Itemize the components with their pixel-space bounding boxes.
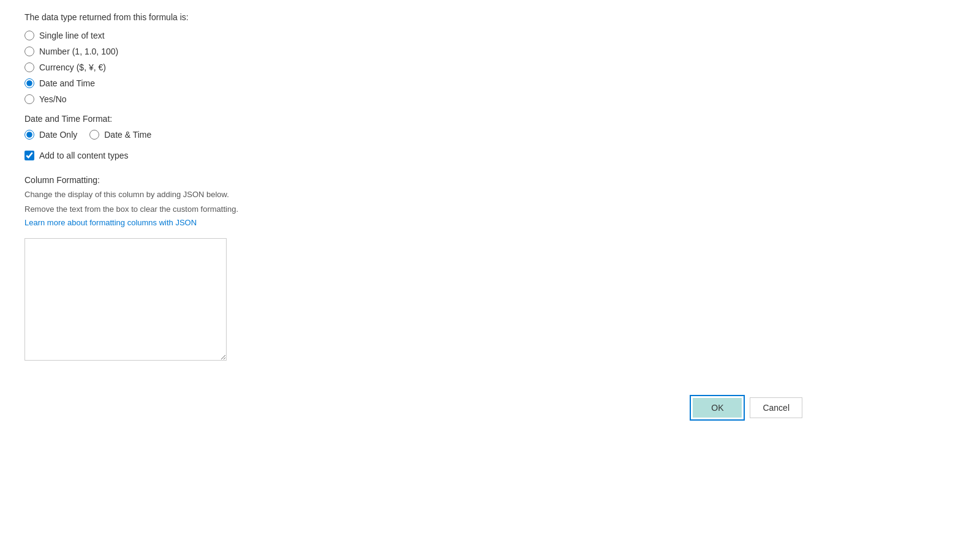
ok-button-wrapper: OK bbox=[690, 395, 745, 421]
radio-date-time[interactable] bbox=[24, 78, 34, 88]
radio-yes-no-label[interactable]: Yes/No bbox=[39, 94, 67, 104]
cancel-button[interactable]: Cancel bbox=[750, 397, 802, 418]
column-formatting-title: Column Formatting: bbox=[24, 175, 343, 185]
radio-currency[interactable] bbox=[24, 62, 34, 72]
data-type-radio-group: Single line of text Number (1, 1.0, 100)… bbox=[24, 31, 343, 104]
column-formatting-desc1: Change the display of this column by add… bbox=[24, 189, 343, 201]
json-formatting-link[interactable]: Learn more about formatting columns with… bbox=[24, 218, 197, 227]
ok-button[interactable]: OK bbox=[693, 398, 742, 418]
radio-date-only-label[interactable]: Date Only bbox=[39, 130, 77, 140]
main-content: The data type returned from this formula… bbox=[0, 0, 368, 373]
format-item-date-time-fmt[interactable]: Date & Time bbox=[89, 130, 151, 140]
buttons-area: OK Cancel bbox=[690, 395, 802, 421]
add-to-content-checkbox[interactable] bbox=[24, 151, 34, 160]
json-textarea[interactable] bbox=[24, 238, 227, 361]
format-item-date-only[interactable]: Date Only bbox=[24, 130, 77, 140]
radio-date-time-fmt-label[interactable]: Date & Time bbox=[104, 130, 151, 140]
radio-item-single-line[interactable]: Single line of text bbox=[24, 31, 343, 40]
column-formatting-desc2: Remove the text from the box to clear th… bbox=[24, 203, 343, 216]
radio-date-time-label[interactable]: Date and Time bbox=[39, 78, 95, 88]
add-to-content-label[interactable]: Add to all content types bbox=[39, 151, 129, 160]
radio-number[interactable] bbox=[24, 47, 34, 56]
date-format-radio-group: Date Only Date & Time bbox=[24, 130, 343, 140]
radio-single-line-label[interactable]: Single line of text bbox=[39, 31, 105, 40]
radio-item-yes-no[interactable]: Yes/No bbox=[24, 94, 343, 104]
add-to-content-types-item[interactable]: Add to all content types bbox=[24, 151, 343, 160]
radio-date-time-fmt[interactable] bbox=[89, 130, 99, 140]
radio-currency-label[interactable]: Currency ($, ¥, €) bbox=[39, 62, 106, 72]
radio-date-only[interactable] bbox=[24, 130, 34, 140]
radio-yes-no[interactable] bbox=[24, 94, 34, 104]
radio-item-currency[interactable]: Currency ($, ¥, €) bbox=[24, 62, 343, 72]
date-format-section-label: Date and Time Format: bbox=[24, 114, 343, 124]
formula-label: The data type returned from this formula… bbox=[24, 12, 343, 22]
radio-single-line[interactable] bbox=[24, 31, 34, 40]
radio-item-number[interactable]: Number (1, 1.0, 100) bbox=[24, 47, 343, 56]
radio-item-date-time[interactable]: Date and Time bbox=[24, 78, 343, 88]
radio-number-label[interactable]: Number (1, 1.0, 100) bbox=[39, 47, 118, 56]
